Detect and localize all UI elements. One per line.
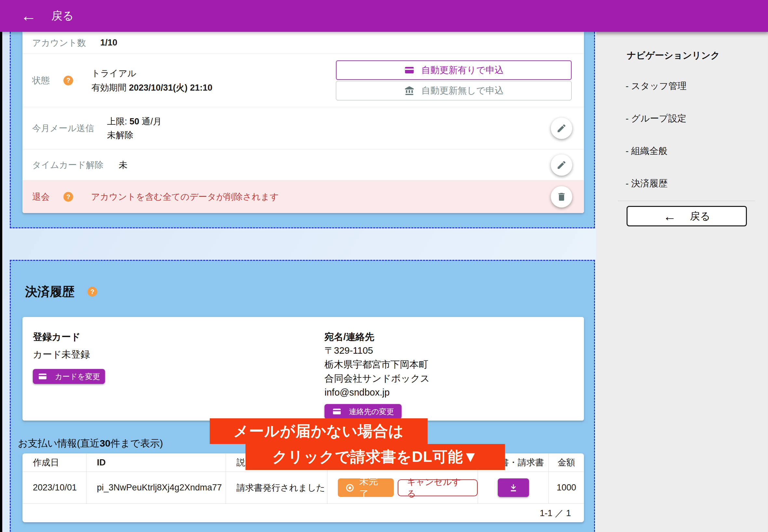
sidebar-link-group[interactable]: - グループ設定 (626, 112, 687, 125)
header-amount: 金額 (548, 453, 584, 472)
bank-icon (404, 85, 415, 96)
account-plan-section: アカウント数 1/10 状態 ? トライアル 有効期間 2023/10/31(火… (10, 32, 595, 228)
payments-table-row: 2023/10/01 pi_3NwPeuKtrlj8Xj4g2Xndma77 請… (22, 472, 584, 504)
payments-title-part1: お支払い情報(直近 (18, 437, 99, 450)
back-arrow-icon: ← (663, 210, 676, 223)
header-created-date: 作成日 (22, 453, 86, 472)
status-label: 状態 (32, 75, 50, 86)
status-incomplete-badge[interactable]: 未完了 (338, 478, 394, 497)
change-contact-button[interactable]: 連絡先の変更 (325, 404, 402, 419)
cell-status-actions: 未完了 キャンセルする (327, 472, 478, 503)
row-monthly-mail: 今月メール送信 上限: 50 通/月 未解除 (22, 107, 584, 149)
registered-card-title: 登録カード (33, 331, 215, 344)
change-card-label: カードを変更 (55, 372, 100, 382)
status-validity-prefix: 有効期間 (91, 83, 126, 93)
payment-history-help-icon[interactable]: ? (87, 287, 97, 297)
payments-table-pagination[interactable]: 1-1 ／ 1 (22, 504, 584, 522)
apply-auto-renew-on-label: 自動更新有りで申込 (421, 64, 504, 76)
payment-history-heading: 決済履歴 ? (25, 284, 584, 299)
target-circle-icon (345, 483, 355, 493)
monthly-mail-value: 上限: 50 通/月 未解除 (107, 115, 161, 142)
trash-icon (556, 192, 567, 202)
back-arrow-icon[interactable]: ← (21, 8, 36, 24)
account-plan-card: アカウント数 1/10 状態 ? トライアル 有効期間 2023/10/31(火… (22, 32, 584, 213)
status-help-icon[interactable]: ? (63, 76, 73, 85)
payment-history-section: 決済履歴 ? 登録カード カード未登録 カードを変更 宛名/連絡先 〒329-1… (10, 260, 595, 532)
contact-address: 栃木県宇都宮市下岡本町 (325, 358, 430, 372)
monthly-mail-label: 今月メール送信 (32, 122, 94, 134)
edit-timecard-button[interactable] (551, 154, 572, 176)
pencil-icon (556, 123, 567, 133)
status-plan: トライアル (91, 66, 212, 81)
row-timecard-unlock: タイムカード解除 未 (22, 149, 584, 181)
app-bar-back-label[interactable]: 戻る (51, 8, 74, 23)
contact-title: 宛名/連絡先 (325, 331, 430, 344)
apply-auto-renew-off-button[interactable]: 自動更新無しで申込 (336, 81, 571, 100)
navigation-sidebar: ナビゲーションリンク - スタッフ管理 - グループ設定 - 組織全般 - 決済… (596, 32, 768, 532)
download-icon (508, 483, 518, 493)
contact-company: 合同会社サンドボックス (325, 372, 430, 386)
timecard-label: タイムカード解除 (32, 159, 103, 171)
timecard-value: 未 (119, 159, 127, 171)
status-validity: 有効期間 2023/10/31(火) 21:10 (91, 81, 212, 95)
sidebar-link-payment-history[interactable]: - 決済履歴 (626, 177, 687, 190)
sidebar-links: - スタッフ管理 - グループ設定 - 組織全般 - 決済履歴 (626, 80, 687, 210)
status-validity-date: 2023/10/31(火) 21:10 (129, 83, 213, 93)
registered-card-block: 登録カード カード未登録 カードを変更 (33, 331, 215, 421)
credit-card-icon (404, 65, 415, 76)
withdraw-help-icon[interactable]: ? (63, 192, 73, 202)
sidebar-back-label: 戻る (690, 209, 710, 223)
account-count-label: アカウント数 (32, 37, 86, 49)
payments-title-count: 30 (99, 438, 110, 449)
mail-unlock-status: 未解除 (107, 128, 161, 142)
app-bar: ← 戻る (0, 0, 768, 32)
mail-limit-prefix: 上限: (107, 117, 127, 126)
row-status: 状態 ? トライアル 有効期間 2023/10/31(火) 21:10 自動更新… (22, 54, 584, 107)
edit-mail-limit-button[interactable] (551, 118, 572, 139)
credit-card-icon (332, 407, 342, 416)
cell-amount: 1000 (548, 472, 584, 503)
change-contact-label: 連絡先の変更 (349, 407, 394, 417)
mail-limit-suffix: 通/月 (142, 117, 162, 126)
mail-limit-value: 50 (129, 117, 139, 126)
billing-info-card: 登録カード カード未登録 カードを変更 宛名/連絡先 〒329-1105 栃木県… (22, 317, 584, 421)
row-account-count: アカウント数 1/10 (22, 32, 584, 54)
row-withdraw: 退会 ? アカウントを含む全てのデータが削除されます (22, 181, 584, 213)
cancel-payment-button[interactable]: キャンセルする (398, 479, 478, 496)
apply-auto-renew-off-label: 自動更新無しで申込 (421, 84, 504, 97)
cell-created-date: 2023/10/01 (22, 472, 86, 503)
delete-account-button[interactable] (551, 186, 572, 208)
header-id: ID (86, 453, 226, 472)
sidebar-link-organization[interactable]: - 組織全般 (626, 145, 687, 157)
payment-history-title: 決済履歴 (25, 284, 74, 300)
cell-invoice (478, 472, 548, 503)
registered-card-status: カード未登録 (33, 348, 215, 361)
contact-postal: 〒329-1105 (325, 344, 430, 358)
mail-limit-line: 上限: 50 通/月 (107, 115, 161, 128)
apply-buttons: 自動更新有りで申込 自動更新無しで申込 (336, 60, 571, 100)
pencil-icon (556, 160, 567, 170)
annotation-line1: メールが届かない場合は (210, 418, 428, 444)
sidebar-link-staff[interactable]: - スタッフ管理 (626, 80, 687, 92)
account-count-value: 1/10 (100, 38, 117, 48)
billing-contact-block: 宛名/連絡先 〒329-1105 栃木県宇都宮市下岡本町 合同会社サンドボックス… (325, 331, 430, 421)
status-value: トライアル 有効期間 2023/10/31(火) 21:10 (91, 66, 212, 95)
withdraw-label: 退会 (32, 191, 50, 203)
change-card-button[interactable]: カードを変更 (33, 369, 105, 384)
apply-auto-renew-on-button[interactable]: 自動更新有りで申込 (336, 60, 571, 80)
sidebar-back-button[interactable]: ← 戻る (627, 206, 747, 226)
left-edge-strip (0, 32, 2, 532)
sidebar-divider (618, 201, 755, 201)
contact-email: info@sndbox.jp (325, 386, 430, 399)
status-incomplete-label: 未完了 (359, 475, 387, 501)
annotation-line2: クリックで請求書をDL可能▼ (246, 444, 505, 470)
sidebar-title: ナビゲーションリンク (627, 49, 720, 62)
cell-description: 請求書発行されました (226, 472, 327, 503)
credit-card-icon (38, 372, 47, 381)
cell-id: pi_3NwPeuKtrlj8Xj4g2Xndma77 (86, 472, 226, 503)
download-invoice-button[interactable] (498, 478, 529, 497)
payments-title-part2: 件まで表示) (110, 437, 163, 450)
withdraw-warning-text: アカウントを含む全てのデータが削除されます (91, 191, 279, 203)
